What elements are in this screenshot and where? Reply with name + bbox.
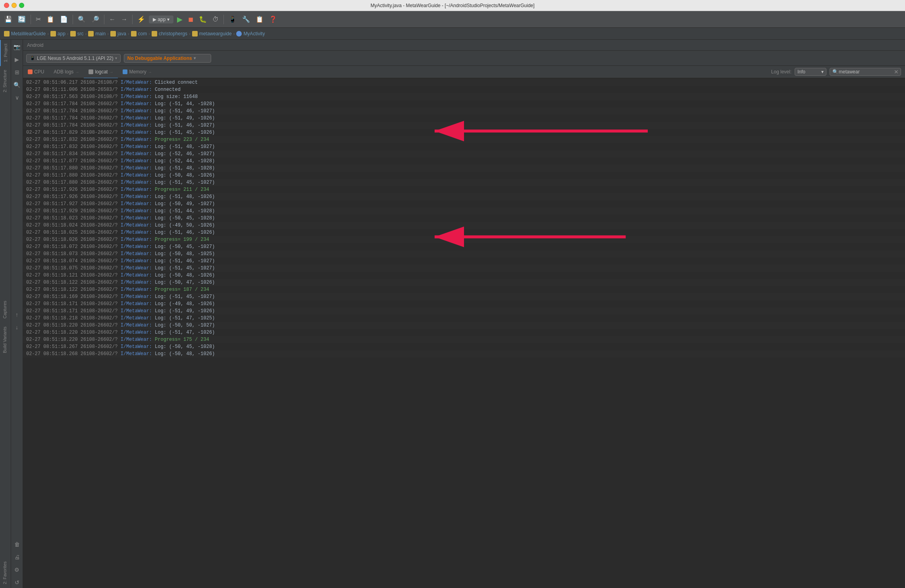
log-content[interactable]: 02-27 08:51:06.217 26108-26108/? I/MetaW… (23, 78, 905, 588)
log-level-value: Info (797, 69, 805, 75)
log-pid: 26108-26602/? (81, 108, 118, 114)
search-clear-button[interactable]: ✕ (894, 69, 899, 75)
device-selector[interactable]: 📱 LGE Nexus 5 Android 5.1.1 (API 22) ▾ (26, 54, 121, 63)
log-time: 02-27 08:51:17.829 (26, 130, 78, 135)
log-line: 02-27 08:51:17.832 26108-26602/? I/MetaW… (23, 143, 905, 150)
camera-icon[interactable]: 📷 (12, 41, 23, 52)
copy-button[interactable]: 📋 (44, 14, 56, 24)
window-controls[interactable] (4, 3, 24, 8)
profile-button[interactable]: ⏱ (210, 15, 221, 24)
cut-button[interactable]: ✂ (34, 14, 43, 24)
log-tag: I/MetaWear: (121, 287, 152, 292)
breadcrumb-sep-5: › (128, 31, 129, 36)
toolbar-separator-4 (132, 15, 133, 24)
scroll-up-icon[interactable]: ↑ (12, 309, 23, 320)
app-dropdown[interactable]: ▶ app ▾ (149, 15, 173, 23)
log-tag: I/MetaWear: (121, 115, 152, 121)
breadcrumb-main[interactable]: main (95, 31, 106, 37)
clear-icon[interactable]: 🗑 (12, 539, 23, 550)
sidebar-item-structure[interactable]: 2: Structure (0, 66, 11, 96)
tab-cpu[interactable]: CPU (23, 66, 49, 79)
log-pid: 26108-26602/? (81, 115, 118, 121)
scroll-down-icon[interactable]: ↓ (12, 322, 23, 333)
breadcrumb-myactivity[interactable]: MyActivity (243, 31, 265, 37)
log-time: 02-27 08:51:18.268 (26, 351, 78, 357)
log-line: 02-27 08:51:18.024 26108-26602/? I/MetaW… (23, 222, 905, 229)
breadcrumb-metawearguide[interactable]: MetaWearGuide (11, 31, 46, 37)
tab-logcat[interactable]: logcat → (84, 66, 118, 79)
print-icon[interactable]: 🖨 (12, 551, 23, 563)
log-line: 02-27 08:51:18.171 26108-26602/? I/MetaW… (23, 300, 905, 307)
sdk-button[interactable]: 🔧 (240, 14, 252, 24)
log-line: 02-27 08:51:18.218 26108-26602/? I/MetaW… (23, 315, 905, 322)
log-level-select[interactable]: Info ▾ (795, 68, 826, 76)
log-tag: I/MetaWear: (121, 151, 152, 157)
maximize-button[interactable] (19, 3, 24, 8)
log-tag: I/MetaWear: (121, 187, 152, 192)
tab-memory[interactable]: Memory → (118, 66, 156, 79)
close-button[interactable] (4, 3, 9, 8)
log-controls: Log level: Info ▾ 🔍 ✕ (767, 68, 905, 76)
breadcrumb-com[interactable]: com (138, 31, 147, 37)
search-panel-icon[interactable]: 🔍 (12, 79, 23, 90)
main-layout: 1: Project 2: Structure Captures Build V… (0, 40, 905, 588)
log-line: 02-27 08:51:18.171 26108-26602/? I/MetaW… (23, 307, 905, 315)
breadcrumb-sep-6: › (148, 31, 150, 36)
log-line: 02-27 08:51:06.217 26108-26108/? I/MetaW… (23, 79, 905, 86)
sidebar-item-favorites[interactable]: 2: Favorites (0, 557, 11, 588)
log-tag: I/MetaWear: (121, 237, 152, 242)
settings-icon[interactable]: ⚙ (12, 564, 23, 575)
log-msg: Log: (-50, 45, -1027) (155, 244, 215, 250)
breadcrumb-sep-1: › (47, 31, 49, 36)
debug-button[interactable]: 🐛 (197, 14, 209, 24)
search-icon: 🔍 (832, 69, 838, 75)
device-button[interactable]: 📱 (227, 14, 239, 24)
breadcrumb-metawearguide2[interactable]: metawearguide (199, 31, 232, 37)
sidebar-item-build-variants[interactable]: Build Variants (0, 323, 11, 357)
breadcrumb-app[interactable]: app (58, 31, 65, 37)
help-button[interactable]: ❓ (267, 14, 279, 24)
breadcrumb-java[interactable]: java (117, 31, 126, 37)
sidebar-spacer-2 (0, 357, 11, 557)
christophergs-folder-icon (152, 31, 157, 37)
log-tag: I/MetaWear: (121, 108, 152, 114)
log-line: 02-27 08:51:18.268 26108-26602/? I/MetaW… (23, 350, 905, 357)
log-time: 02-27 08:51:18.220 (26, 330, 78, 335)
breadcrumb-src[interactable]: src (77, 31, 84, 37)
log-time: 02-27 08:51:18.074 (26, 258, 78, 264)
play-icon[interactable]: ▶ (12, 54, 23, 65)
log-time: 02-27 08:51:17.927 (26, 201, 78, 207)
log-msg: Log: (-50, 48, -1025) (155, 251, 215, 257)
search-input[interactable] (830, 68, 901, 76)
paste-button[interactable]: 📄 (58, 14, 70, 24)
run-button[interactable]: ▶ (175, 14, 185, 25)
log-line: 02-27 08:51:18.169 26108-26602/? I/MetaW… (23, 293, 905, 300)
save-button[interactable]: 💾 (2, 14, 14, 24)
refresh-icon[interactable]: ↺ (12, 577, 23, 588)
log-pid: 26108-26602/? (81, 187, 118, 192)
minimize-button[interactable] (12, 3, 17, 8)
breadcrumb-sep-3: › (85, 31, 87, 36)
log-tag: I/MetaWear: (121, 180, 152, 185)
sync-button[interactable]: 🔄 (16, 14, 28, 24)
log-time: 02-27 08:51:11.006 (26, 87, 78, 92)
app-selector[interactable]: No Debuggable Applications ▾ (124, 54, 211, 63)
avd-button[interactable]: 📋 (254, 14, 266, 24)
stop-button[interactable]: ◼ (186, 14, 195, 24)
panel-header-label: Android (27, 42, 43, 48)
device-row: 📱 LGE Nexus 5 Android 5.1.1 (API 22) ▾ N… (23, 51, 905, 66)
back-button[interactable]: ← (107, 15, 117, 24)
forward-button[interactable]: → (119, 15, 129, 24)
find-button[interactable]: 🔍 (76, 14, 88, 24)
sidebar-item-project[interactable]: 1: Project (0, 40, 11, 66)
sidebar-item-captures[interactable]: Captures (0, 297, 11, 323)
build-button[interactable]: ⚡ (135, 14, 147, 24)
log-time: 02-27 08:51:17.784 (26, 108, 78, 114)
breadcrumb-christophergs[interactable]: christophergs (159, 31, 187, 37)
replace-button[interactable]: 🔎 (89, 14, 101, 24)
log-pid: 26108-26602/? (81, 237, 118, 242)
tab-adb-logs[interactable]: ADB logs → (49, 66, 84, 79)
log-pid: 26108-26583/? (81, 87, 118, 92)
down-icon[interactable]: ∨ (12, 92, 23, 103)
layers-icon[interactable]: ⊞ (12, 67, 23, 78)
